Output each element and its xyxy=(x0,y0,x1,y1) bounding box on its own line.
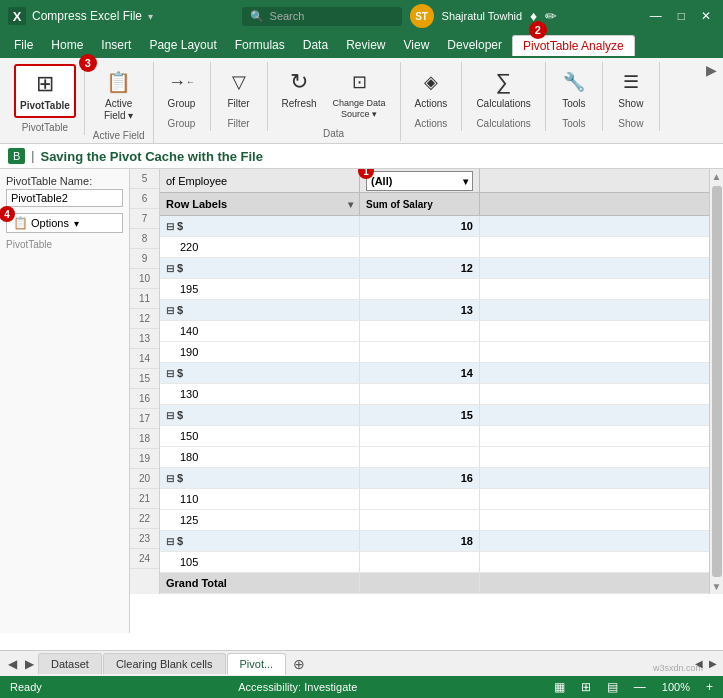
tools-button[interactable]: 🔧 Tools xyxy=(554,64,594,114)
tab-scroll-left[interactable]: ◀ xyxy=(4,655,21,673)
maximize-button[interactable]: □ xyxy=(674,9,689,23)
actions-icon: ◈ xyxy=(417,68,445,96)
table-row[interactable]: 150 xyxy=(160,426,709,447)
all-filter-dropdown[interactable]: (All) ▾ xyxy=(366,171,473,191)
zoom-in-button[interactable]: + xyxy=(706,680,713,694)
table-row[interactable]: 105 xyxy=(160,552,709,573)
scroll-down-button[interactable]: ▼ xyxy=(710,579,723,594)
collapse-icon[interactable]: ⊟ xyxy=(166,263,174,274)
collapse-icon[interactable]: ⊟ xyxy=(166,410,174,421)
ribbon-group-filter: ▽ Filter Filter xyxy=(211,62,268,131)
options-label: Options xyxy=(31,217,69,229)
calculations-button[interactable]: ∑ Calculations xyxy=(470,64,536,114)
row-dollar: $ xyxy=(177,262,183,274)
row-dollar: $ xyxy=(177,409,183,421)
actions-button[interactable]: ◈ Actions xyxy=(409,64,454,114)
menu-data[interactable]: Data xyxy=(295,35,336,55)
collapse-icon[interactable]: ⊟ xyxy=(166,368,174,379)
page-layout-icon[interactable]: ⊞ xyxy=(581,680,591,694)
excel-icon: X xyxy=(8,7,26,25)
ribbon-data-label: Data xyxy=(323,126,344,139)
add-sheet-button[interactable]: ⊕ xyxy=(287,654,311,674)
refresh-button[interactable]: ↻ Refresh xyxy=(276,64,323,114)
pivottable-button[interactable]: ⊞ PivotTable xyxy=(14,64,76,118)
pencil-icon: ✏ xyxy=(545,8,557,24)
ribbon-scroll-right[interactable]: ▶ xyxy=(706,62,717,78)
zoom-out-button[interactable]: — xyxy=(634,680,646,694)
collapse-icon[interactable]: ⊟ xyxy=(166,221,174,232)
table-row[interactable]: ⊟ $ 14 xyxy=(160,363,709,384)
table-row[interactable]: ⊟ $ 15 xyxy=(160,405,709,426)
collapse-icon[interactable]: ⊟ xyxy=(166,305,174,316)
ribbon-actions-label: Actions xyxy=(415,116,448,129)
search-bar[interactable]: 🔍 Search xyxy=(242,7,402,26)
menu-view[interactable]: View xyxy=(396,35,438,55)
row-value xyxy=(360,447,480,467)
menu-insert[interactable]: Insert xyxy=(93,35,139,55)
table-row[interactable]: 130 xyxy=(160,384,709,405)
row-num-11: 11 xyxy=(130,289,159,309)
sheet-tab-clearing[interactable]: Clearing Blank cells xyxy=(103,653,226,674)
row-dollar: $ xyxy=(177,472,183,484)
pivot-analyze-tab[interactable]: PivotTable Analyze xyxy=(512,35,635,56)
group-icon: →← xyxy=(168,68,196,96)
menu-home[interactable]: Home xyxy=(43,35,91,55)
filter-label: Filter xyxy=(227,98,249,110)
options-button[interactable]: 4 📋 Options ▾ xyxy=(6,213,123,233)
menu-page-layout[interactable]: Page Layout xyxy=(141,35,224,55)
scroll-up-button[interactable]: ▲ xyxy=(710,169,723,184)
filter-button[interactable]: ▽ Filter xyxy=(219,64,259,114)
show-button[interactable]: ☰ Show xyxy=(611,64,651,114)
row-num-24: 24 xyxy=(130,549,159,569)
close-button[interactable]: ✕ xyxy=(697,9,715,23)
left-sidebar: PivotTable Name: 4 📋 Options ▾ PivotTabl… xyxy=(0,169,130,633)
table-row[interactable]: 180 xyxy=(160,447,709,468)
collapse-icon[interactable]: ⊟ xyxy=(166,473,174,484)
table-row[interactable]: ⊟ $ 12 xyxy=(160,258,709,279)
table-row[interactable]: 110 xyxy=(160,489,709,510)
menu-formulas[interactable]: Formulas xyxy=(227,35,293,55)
table-row[interactable]: ⊟ $ 18 xyxy=(160,531,709,552)
filter-dropdown-cell[interactable]: (All) ▾ 1 xyxy=(360,169,480,193)
ribbon-group-group: →← Group Group xyxy=(154,62,211,131)
table-row[interactable]: 125 xyxy=(160,510,709,531)
sheet-tab-dataset[interactable]: Dataset xyxy=(38,653,102,674)
horizontal-scroll-right[interactable]: ▶ xyxy=(709,658,723,669)
row-num-17: 17 xyxy=(130,409,159,429)
col1-header[interactable]: Row Labels ▾ xyxy=(160,193,360,215)
sheet-tab-pivot[interactable]: Pivot... xyxy=(227,653,287,675)
row-label: ⊟ $ xyxy=(160,405,360,425)
changedatasource-button[interactable]: ⊡ Change DataSource ▾ xyxy=(327,64,392,124)
search-placeholder: Search xyxy=(270,10,305,22)
menu-file[interactable]: File xyxy=(6,35,41,55)
table-row[interactable]: 190 xyxy=(160,342,709,363)
row-num-22: 22 xyxy=(130,509,159,529)
table-row[interactable]: 220 xyxy=(160,237,709,258)
row-label: ⊟ $ xyxy=(160,258,360,278)
search-icon: 🔍 xyxy=(250,10,264,23)
minimize-button[interactable]: — xyxy=(646,9,666,23)
page-break-icon[interactable]: ▤ xyxy=(607,680,618,694)
col1-filter-icon[interactable]: ▾ xyxy=(348,199,353,210)
tab-scroll-right[interactable]: ▶ xyxy=(21,655,38,673)
pivot-name-input[interactable] xyxy=(6,189,123,207)
menu-developer[interactable]: Developer xyxy=(439,35,510,55)
table-row[interactable]: ⊟ $ 13 xyxy=(160,300,709,321)
group-button[interactable]: →← Group xyxy=(162,64,202,114)
normal-view-icon[interactable]: ▦ xyxy=(554,680,565,694)
calculations-icon: ∑ xyxy=(490,68,518,96)
row-value xyxy=(360,552,480,572)
scroll-thumb[interactable] xyxy=(712,186,722,577)
vertical-scrollbar[interactable]: ▲ ▼ xyxy=(709,169,723,594)
table-row[interactable]: ⊟ $ 10 xyxy=(160,216,709,237)
table-row[interactable]: ⊟ $ 16 xyxy=(160,468,709,489)
activefield-button[interactable]: 📋 ActiveField ▾ xyxy=(98,64,139,126)
ribbon-group-pivottable: ⊞ PivotTable PivotTable xyxy=(6,62,85,135)
ribbon-group-calculations: ∑ Calculations Calculations xyxy=(462,62,545,131)
menu-review[interactable]: Review xyxy=(338,35,393,55)
collapse-icon[interactable]: ⊟ xyxy=(166,536,174,547)
options-dropdown-icon: ▾ xyxy=(74,218,79,229)
table-row[interactable]: 195 xyxy=(160,279,709,300)
table-row[interactable]: 140 xyxy=(160,321,709,342)
status-bar: Ready Accessibility: Investigate ▦ ⊞ ▤ —… xyxy=(0,676,723,698)
